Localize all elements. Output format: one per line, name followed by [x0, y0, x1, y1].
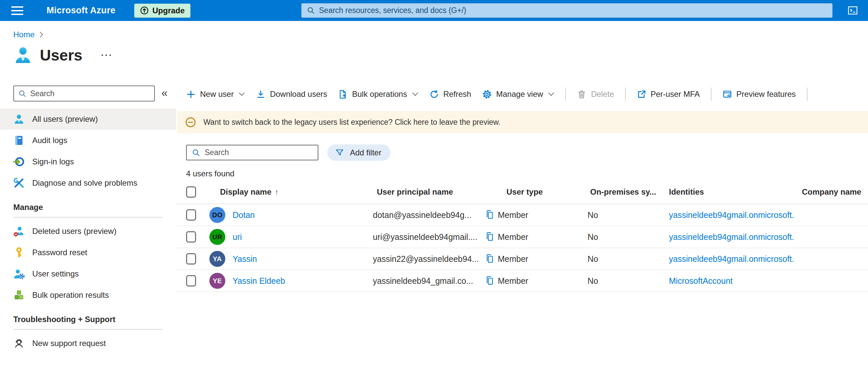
- on-premises-sync: No: [588, 254, 669, 264]
- refresh-button[interactable]: Refresh: [429, 89, 471, 99]
- filter-bar: Add filter: [186, 144, 868, 161]
- avatar: UR: [209, 229, 225, 245]
- user-name-link[interactable]: Yassin Eldeeb: [232, 276, 285, 286]
- user-type: Member: [498, 232, 588, 242]
- users-icon: [13, 113, 25, 125]
- user-principal-name: uri@yassineldeeb94gmail....: [373, 232, 485, 242]
- identities-link[interactable]: MicrosoftAccount: [669, 276, 802, 286]
- bulk-results-icon: [13, 289, 25, 301]
- sidebar-search: [13, 85, 155, 102]
- sidebar-search-input[interactable]: [30, 89, 150, 98]
- preview-features-icon: [722, 89, 732, 99]
- deleted-users-icon: [13, 226, 25, 237]
- user-name-link[interactable]: Yassin: [232, 254, 257, 264]
- global-search-input[interactable]: [319, 6, 827, 15]
- user-principal-name: yassineldeeb94_gmail.co...: [373, 276, 485, 286]
- sidebar: « All users (preview) Audit logs Sign-in…: [0, 80, 176, 354]
- sidebar-item-audit-logs[interactable]: Audit logs: [0, 130, 176, 151]
- refresh-icon: [429, 89, 439, 99]
- download-users-button[interactable]: Download users: [256, 89, 327, 99]
- page-context-menu-icon[interactable]: ···: [101, 50, 113, 61]
- divider: [13, 217, 163, 218]
- product-title: Microsoft Azure: [46, 5, 116, 16]
- download-icon: [256, 89, 266, 99]
- toolbar-divider: [625, 87, 626, 101]
- sidebar-item-all-users[interactable]: All users (preview): [0, 109, 176, 130]
- identities-link[interactable]: yassineldeeb94gmail.onmicrosoft.: [669, 232, 802, 242]
- page-header: Users ···: [13, 46, 868, 65]
- toolbar-divider: [807, 87, 808, 101]
- top-bar: Microsoft Azure Upgrade: [0, 0, 868, 21]
- column-header-on-premises-sync[interactable]: On-premises sy...: [588, 187, 669, 197]
- delete-button[interactable]: Delete: [577, 89, 614, 99]
- bulk-operations-icon: [338, 89, 348, 99]
- user-type: Member: [498, 210, 588, 220]
- minus-circle-icon: [185, 116, 196, 128]
- toolbar-divider: [565, 87, 566, 101]
- row-checkbox[interactable]: [186, 275, 196, 286]
- row-checkbox[interactable]: [186, 231, 196, 243]
- preview-features-button[interactable]: Preview features: [722, 89, 796, 99]
- cloud-shell-icon[interactable]: [846, 4, 859, 17]
- sidebar-item-password-reset[interactable]: Password reset: [0, 242, 176, 263]
- sort-ascending-icon: ↑: [275, 187, 279, 197]
- sidebar-item-new-support-request[interactable]: New support request: [0, 333, 176, 354]
- chevron-right-icon: [38, 31, 44, 38]
- content: New user Download users Bulk operations: [176, 80, 868, 292]
- table-row: YA Yassin yassin22@yassineldeeb94... Mem…: [176, 248, 868, 270]
- list-search-input[interactable]: [205, 148, 313, 157]
- row-checkbox[interactable]: [186, 209, 196, 221]
- column-header-identities[interactable]: Identities: [669, 187, 802, 197]
- user-name-link[interactable]: uri: [232, 232, 242, 242]
- row-checkbox[interactable]: [186, 253, 196, 264]
- upgrade-button[interactable]: Upgrade: [134, 4, 190, 18]
- copy-icon[interactable]: [485, 209, 498, 220]
- toolbar-divider: [711, 87, 711, 101]
- chevron-down-icon: [411, 92, 418, 96]
- avatar: YE: [209, 273, 225, 289]
- password-reset-icon: [13, 247, 25, 258]
- user-type: Member: [498, 276, 588, 286]
- new-user-button[interactable]: New user: [186, 89, 245, 99]
- avatar: YA: [209, 251, 225, 267]
- select-all-checkbox[interactable]: [186, 186, 196, 198]
- breadcrumb-home-link[interactable]: Home: [13, 30, 35, 39]
- on-premises-sync: No: [588, 276, 669, 286]
- identities-link[interactable]: yassineldeeb94gmail.onmicrosoft.: [669, 254, 802, 264]
- search-icon: [307, 6, 315, 15]
- column-header-user-type[interactable]: User type: [498, 187, 588, 197]
- list-search: [186, 145, 318, 160]
- hamburger-menu-icon[interactable]: [11, 6, 23, 15]
- column-header-user-principal-name[interactable]: User principal name: [373, 187, 498, 197]
- sidebar-item-deleted-users[interactable]: Deleted users (preview): [0, 221, 176, 242]
- sidebar-item-bulk-operation-results[interactable]: Bulk operation results: [0, 284, 176, 306]
- user-name-link[interactable]: Dotan: [232, 210, 255, 220]
- divider: [13, 329, 163, 330]
- user-principal-name: yassin22@yassineldeeb94...: [373, 254, 485, 264]
- search-icon: [18, 89, 27, 98]
- table-row: YE Yassin Eldeeb yassineldeeb94_gmail.co…: [176, 270, 868, 292]
- support-request-icon: [13, 338, 25, 349]
- bulk-operations-button[interactable]: Bulk operations: [338, 89, 418, 99]
- sidebar-item-sign-in-logs[interactable]: Sign-in logs: [0, 151, 176, 172]
- user-type: Member: [498, 254, 588, 264]
- per-user-mfa-button[interactable]: Per-user MFA: [637, 89, 700, 99]
- collapse-sidebar-icon[interactable]: «: [161, 87, 167, 100]
- identities-link[interactable]: yassineldeeb94gmail.onmicrosoft.: [669, 210, 802, 220]
- sidebar-item-diagnose[interactable]: Diagnose and solve problems: [0, 172, 176, 194]
- gear-icon: [482, 89, 492, 99]
- add-filter-button[interactable]: Add filter: [327, 144, 391, 161]
- copy-icon[interactable]: [485, 254, 498, 264]
- plus-icon: [186, 89, 196, 99]
- copy-icon[interactable]: [485, 276, 498, 286]
- column-header-display-name[interactable]: Display name ↑: [207, 187, 373, 197]
- sidebar-section-support: Troubleshooting + Support: [13, 315, 176, 324]
- copy-icon[interactable]: [485, 232, 498, 242]
- column-header-company-name[interactable]: Company name: [802, 187, 868, 197]
- sidebar-item-user-settings[interactable]: User settings: [0, 263, 176, 284]
- banner-message[interactable]: Want to switch back to the legacy users …: [204, 118, 500, 127]
- user-principal-name: dotan@yassineldeeb94g...: [373, 210, 485, 220]
- sidebar-section-manage: Manage: [13, 203, 176, 212]
- upgrade-arrow-icon: [140, 6, 149, 15]
- manage-view-button[interactable]: Manage view: [482, 89, 554, 99]
